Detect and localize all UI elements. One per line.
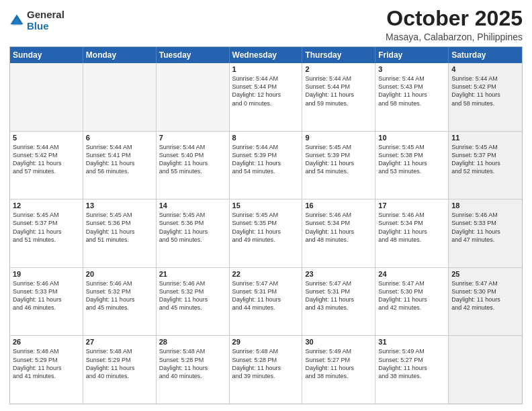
- day-cell-22: 22Sunrise: 5:47 AMSunset: 5:31 PMDayligh…: [230, 268, 303, 336]
- day-info: Sunrise: 5:48 AMSunset: 5:29 PMDaylight:…: [86, 347, 153, 380]
- day-number: 4: [451, 65, 519, 73]
- day-info: Sunrise: 5:49 AMSunset: 5:27 PMDaylight:…: [378, 347, 445, 380]
- day-cell-31: 31Sunrise: 5:49 AMSunset: 5:27 PMDayligh…: [375, 336, 449, 404]
- week-row-3: 12Sunrise: 5:45 AMSunset: 5:37 PMDayligh…: [10, 199, 522, 267]
- day-info: Sunrise: 5:46 AMSunset: 5:32 PMDaylight:…: [159, 279, 226, 312]
- day-cell-15: 15Sunrise: 5:45 AMSunset: 5:35 PMDayligh…: [230, 199, 303, 267]
- day-number: 11: [451, 134, 519, 142]
- day-cell-7: 7Sunrise: 5:44 AMSunset: 5:40 PMDaylight…: [157, 132, 230, 199]
- day-cell-8: 8Sunrise: 5:44 AMSunset: 5:39 PMDaylight…: [230, 132, 303, 199]
- day-cell-21: 21Sunrise: 5:46 AMSunset: 5:32 PMDayligh…: [157, 268, 230, 336]
- day-info: Sunrise: 5:45 AMSunset: 5:37 PMDaylight:…: [451, 143, 519, 176]
- day-info: Sunrise: 5:47 AMSunset: 5:31 PMDaylight:…: [305, 279, 372, 312]
- day-number: 17: [378, 201, 445, 210]
- empty-cell-0-1: [83, 63, 157, 131]
- day-number: 2: [305, 65, 372, 73]
- day-info: Sunrise: 5:46 AMSunset: 5:33 PMDaylight:…: [451, 211, 519, 244]
- day-cell-5: 5Sunrise: 5:44 AMSunset: 5:42 PMDaylight…: [10, 132, 83, 199]
- day-number: 1: [232, 65, 300, 73]
- day-info: Sunrise: 5:45 AMSunset: 5:37 PMDaylight:…: [13, 211, 80, 244]
- day-info: Sunrise: 5:44 AMSunset: 5:39 PMDaylight:…: [232, 143, 300, 176]
- day-number: 24: [378, 270, 445, 278]
- day-number: 8: [232, 134, 300, 142]
- logo-general-text: General: [27, 9, 64, 21]
- calendar: SundayMondayTuesdayWednesdayThursdayFrid…: [9, 46, 523, 404]
- day-info: Sunrise: 5:45 AMSunset: 5:36 PMDaylight:…: [86, 211, 153, 244]
- day-info: Sunrise: 5:46 AMSunset: 5:34 PMDaylight:…: [305, 211, 372, 244]
- day-info: Sunrise: 5:48 AMSunset: 5:29 PMDaylight:…: [13, 347, 80, 380]
- day-info: Sunrise: 5:47 AMSunset: 5:31 PMDaylight:…: [232, 279, 300, 312]
- day-header-saturday: Saturday: [449, 47, 522, 63]
- day-cell-24: 24Sunrise: 5:47 AMSunset: 5:30 PMDayligh…: [375, 268, 449, 336]
- day-info: Sunrise: 5:44 AMSunset: 5:40 PMDaylight:…: [159, 143, 226, 176]
- header: General Blue October 2025 Masaya, Calaba…: [9, 7, 523, 42]
- month-title: October 2025: [386, 7, 523, 30]
- day-info: Sunrise: 5:44 AMSunset: 5:44 PMDaylight:…: [305, 75, 372, 107]
- week-row-2: 5Sunrise: 5:44 AMSunset: 5:42 PMDaylight…: [10, 131, 522, 199]
- day-cell-13: 13Sunrise: 5:45 AMSunset: 5:36 PMDayligh…: [83, 199, 157, 267]
- day-cell-2: 2Sunrise: 5:44 AMSunset: 5:44 PMDaylight…: [302, 63, 375, 131]
- empty-cell-4-6: [449, 336, 522, 404]
- day-cell-26: 26Sunrise: 5:48 AMSunset: 5:29 PMDayligh…: [10, 336, 83, 404]
- week-row-4: 19Sunrise: 5:46 AMSunset: 5:33 PMDayligh…: [10, 267, 522, 336]
- day-header-sunday: Sunday: [10, 47, 83, 63]
- day-cell-16: 16Sunrise: 5:46 AMSunset: 5:34 PMDayligh…: [302, 199, 375, 267]
- main-container: General Blue October 2025 Masaya, Calaba…: [0, 0, 532, 411]
- logo-icon: [9, 13, 24, 28]
- day-number: 28: [159, 338, 226, 346]
- day-info: Sunrise: 5:48 AMSunset: 5:28 PMDaylight:…: [232, 347, 300, 380]
- day-cell-3: 3Sunrise: 5:44 AMSunset: 5:43 PMDaylight…: [375, 63, 449, 131]
- day-cell-14: 14Sunrise: 5:45 AMSunset: 5:36 PMDayligh…: [157, 199, 230, 267]
- day-number: 5: [13, 134, 80, 142]
- day-cell-20: 20Sunrise: 5:46 AMSunset: 5:32 PMDayligh…: [83, 268, 157, 336]
- day-number: 9: [305, 134, 372, 142]
- day-cell-11: 11Sunrise: 5:45 AMSunset: 5:37 PMDayligh…: [449, 132, 522, 199]
- day-number: 25: [451, 270, 519, 278]
- day-number: 27: [86, 338, 153, 346]
- day-info: Sunrise: 5:48 AMSunset: 5:28 PMDaylight:…: [159, 347, 226, 380]
- day-header-friday: Friday: [375, 47, 449, 63]
- day-cell-10: 10Sunrise: 5:45 AMSunset: 5:38 PMDayligh…: [375, 132, 449, 199]
- day-number: 22: [232, 270, 300, 278]
- day-info: Sunrise: 5:45 AMSunset: 5:38 PMDaylight:…: [378, 143, 445, 176]
- day-info: Sunrise: 5:45 AMSunset: 5:36 PMDaylight:…: [159, 211, 226, 244]
- day-number: 7: [159, 134, 226, 142]
- day-number: 18: [451, 201, 519, 210]
- day-cell-4: 4Sunrise: 5:44 AMSunset: 5:42 PMDaylight…: [449, 63, 522, 131]
- day-cell-1: 1Sunrise: 5:44 AMSunset: 5:44 PMDaylight…: [230, 63, 303, 131]
- day-cell-28: 28Sunrise: 5:48 AMSunset: 5:28 PMDayligh…: [157, 336, 230, 404]
- day-info: Sunrise: 5:47 AMSunset: 5:30 PMDaylight:…: [378, 279, 445, 312]
- day-cell-25: 25Sunrise: 5:47 AMSunset: 5:30 PMDayligh…: [449, 268, 522, 336]
- day-number: 14: [159, 201, 226, 210]
- day-number: 13: [86, 201, 153, 210]
- day-number: 29: [232, 338, 300, 346]
- day-cell-17: 17Sunrise: 5:46 AMSunset: 5:34 PMDayligh…: [375, 199, 449, 267]
- calendar-body: 1Sunrise: 5:44 AMSunset: 5:44 PMDaylight…: [10, 63, 522, 404]
- logo: General Blue: [9, 9, 64, 32]
- day-info: Sunrise: 5:46 AMSunset: 5:32 PMDaylight:…: [86, 279, 153, 312]
- day-info: Sunrise: 5:44 AMSunset: 5:42 PMDaylight:…: [13, 143, 80, 176]
- day-number: 31: [378, 338, 445, 346]
- day-number: 19: [13, 270, 80, 278]
- week-row-1: 1Sunrise: 5:44 AMSunset: 5:44 PMDaylight…: [10, 63, 522, 131]
- day-cell-19: 19Sunrise: 5:46 AMSunset: 5:33 PMDayligh…: [10, 268, 83, 336]
- day-header-tuesday: Tuesday: [157, 47, 230, 63]
- day-cell-18: 18Sunrise: 5:46 AMSunset: 5:33 PMDayligh…: [449, 199, 522, 267]
- day-info: Sunrise: 5:44 AMSunset: 5:41 PMDaylight:…: [86, 143, 153, 176]
- day-cell-27: 27Sunrise: 5:48 AMSunset: 5:29 PMDayligh…: [83, 336, 157, 404]
- day-info: Sunrise: 5:45 AMSunset: 5:39 PMDaylight:…: [305, 143, 372, 176]
- week-row-5: 26Sunrise: 5:48 AMSunset: 5:29 PMDayligh…: [10, 335, 522, 404]
- day-cell-9: 9Sunrise: 5:45 AMSunset: 5:39 PMDaylight…: [302, 132, 375, 199]
- logo-blue-text: Blue: [27, 21, 64, 32]
- empty-cell-0-0: [10, 63, 83, 131]
- day-number: 23: [305, 270, 372, 278]
- day-info: Sunrise: 5:47 AMSunset: 5:30 PMDaylight:…: [451, 279, 519, 312]
- day-header-monday: Monday: [83, 47, 157, 63]
- day-number: 20: [86, 270, 153, 278]
- day-number: 10: [378, 134, 445, 142]
- day-info: Sunrise: 5:44 AMSunset: 5:42 PMDaylight:…: [451, 75, 519, 107]
- day-number: 21: [159, 270, 226, 278]
- day-number: 12: [13, 201, 80, 210]
- day-number: 30: [305, 338, 372, 346]
- day-cell-12: 12Sunrise: 5:45 AMSunset: 5:37 PMDayligh…: [10, 199, 83, 267]
